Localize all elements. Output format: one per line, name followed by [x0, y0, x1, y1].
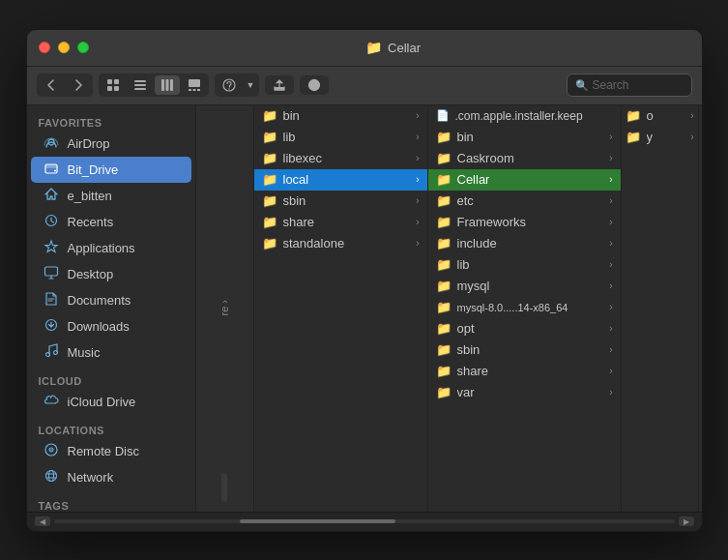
sidebar-item-applications[interactable]: Applications	[31, 235, 191, 261]
minimize-button[interactable]	[58, 42, 70, 53]
fullscreen-button[interactable]	[77, 42, 89, 53]
folder-icon: 📁	[436, 151, 451, 165]
forward-button[interactable]	[66, 75, 91, 95]
view-list-button[interactable]	[128, 75, 153, 95]
search-icon: 🔍	[575, 79, 589, 92]
chevron-icon: ›	[416, 217, 419, 227]
file-columns: re › 📁 bin › 📁 lib › 📁 libexec	[196, 105, 702, 512]
file-item-share-col3[interactable]: 📁 share ›	[428, 361, 621, 382]
chevron-icon: ›	[609, 195, 612, 206]
view-gallery-button[interactable]	[182, 75, 207, 95]
chevron-icon: ›	[416, 195, 419, 206]
sidebar-item-downloads[interactable]: Downloads	[31, 313, 191, 339]
sidebar-item-music[interactable]: Music	[31, 339, 191, 366]
file-item-libexec-col2[interactable]: 📁 libexec ›	[254, 148, 427, 169]
sidebar-item-icloud-drive[interactable]: iCloud Drive	[31, 389, 191, 415]
file-item-sbin-col3[interactable]: 📁 sbin ›	[428, 339, 621, 361]
sidebar-airdrop-label: AirDrop	[68, 136, 110, 151]
file-item-opt[interactable]: 📁 opt ›	[428, 318, 621, 339]
title-folder-icon: 📁	[365, 40, 382, 55]
applications-icon	[43, 239, 60, 257]
svg-point-20	[54, 169, 56, 171]
file-item-etc[interactable]: 📁 etc ›	[428, 191, 621, 212]
chevron-icon: ›	[690, 132, 693, 142]
chevron-icon: ›	[416, 174, 419, 185]
file-item-y[interactable]: 📁 y ›	[622, 127, 698, 148]
svg-rect-1	[114, 79, 119, 84]
file-item-var[interactable]: 📁 var ›	[428, 382, 621, 403]
folder-icon: 📁	[262, 151, 277, 165]
chevron-icon: ›	[609, 238, 612, 249]
folder-icon: 📁	[436, 215, 451, 229]
sidebar-item-recents[interactable]: Recents	[31, 209, 191, 235]
titlebar: 📁 Cellar	[27, 30, 702, 67]
folder-icon: 📁	[436, 385, 451, 399]
chevron-icon: ›	[416, 132, 419, 142]
scroll-left-btn[interactable]: ◀	[35, 516, 50, 526]
folder-icon: 📁	[436, 257, 451, 272]
folder-icon: 📁	[262, 236, 277, 251]
view-icons-button[interactable]	[101, 75, 126, 95]
sidebar-item-bit-drive[interactable]: Bit_Drive	[31, 157, 191, 183]
main-content: Favorites AirDrop	[27, 105, 702, 512]
svg-rect-3	[114, 86, 119, 91]
chevron-icon: ›	[609, 132, 612, 142]
svg-point-28	[50, 449, 52, 451]
home-icon	[43, 187, 60, 205]
sidebar-item-network[interactable]: Network	[31, 464, 191, 490]
file-item-keep[interactable]: 📄 .com.apple.installer.keep	[428, 105, 621, 127]
chevron-icon: ›	[609, 153, 612, 163]
sidebar-item-airdrop[interactable]: AirDrop	[31, 131, 191, 157]
desktop-icon	[43, 265, 60, 283]
file-item-standalone-col2[interactable]: 📁 standalone ›	[254, 233, 427, 254]
scrollbar-thumb	[240, 519, 395, 523]
file-item-mysql-full[interactable]: 📁 mysql-8.0.....14-x86_64 ›	[428, 297, 621, 318]
scroll-right-btn[interactable]: ▶	[679, 516, 694, 526]
file-icon: 📄	[436, 109, 450, 122]
share-button[interactable]	[265, 75, 294, 95]
file-item-mysql[interactable]: 📁 mysql ›	[428, 276, 621, 297]
file-item-include[interactable]: 📁 include ›	[428, 233, 621, 254]
view-buttons	[99, 74, 209, 97]
view-columns-button[interactable]	[155, 75, 180, 95]
chevron-icon: ›	[609, 217, 612, 227]
chevron-icon: ›	[416, 110, 419, 121]
scrollbar-track[interactable]	[54, 519, 675, 523]
file-item-sbin-col2[interactable]: 📁 sbin ›	[254, 191, 427, 212]
file-item-frameworks[interactable]: 📁 Frameworks ›	[428, 212, 621, 233]
file-item-bin-col3[interactable]: 📁 bin ›	[428, 127, 621, 148]
finder-window: 📁 Cellar	[26, 29, 703, 532]
chevron-icon: ›	[416, 238, 419, 249]
options-button[interactable]	[217, 75, 242, 95]
file-item-lib-col2[interactable]: 📁 lib ›	[254, 127, 427, 148]
file-item-local-col2[interactable]: 📁 local ›	[254, 169, 427, 191]
search-input[interactable]	[593, 78, 680, 92]
file-item-share-col2[interactable]: 📁 share ›	[254, 212, 427, 233]
close-button[interactable]	[39, 42, 50, 53]
file-item-lib-col3[interactable]: 📁 lib ›	[428, 254, 621, 276]
svg-rect-6	[134, 88, 146, 90]
sidebar-item-remote-disc[interactable]: Remote Disc	[31, 438, 191, 464]
sidebar-item-documents[interactable]: Documents	[31, 287, 191, 313]
locations-label: Locations	[27, 421, 195, 438]
chevron-icon: ›	[416, 153, 419, 163]
file-item-bin-col2[interactable]: 📁 bin ›	[254, 105, 427, 127]
search-box[interactable]: 🔍	[567, 74, 692, 97]
file-item-cellar[interactable]: 📁 Cellar ›	[428, 169, 621, 191]
file-item-caskroom[interactable]: 📁 Caskroom ›	[428, 148, 621, 169]
downloads-icon	[43, 317, 60, 336]
sidebar-bit-drive-label: Bit_Drive	[68, 162, 119, 177]
tag-button[interactable]	[300, 75, 329, 95]
back-button[interactable]	[39, 75, 64, 95]
nav-buttons	[37, 74, 93, 97]
sidebar-item-desktop[interactable]: Desktop	[31, 261, 191, 287]
svg-rect-5	[134, 84, 146, 86]
recents-icon	[43, 213, 60, 231]
svg-point-29	[45, 470, 56, 481]
folder-icon: 📁	[436, 236, 451, 251]
folder-icon: 📁	[436, 279, 451, 293]
file-item-o[interactable]: 📁 o ›	[622, 105, 698, 127]
sidebar-item-e-bitten[interactable]: e_bitten	[31, 183, 191, 209]
folder-icon: 📁	[262, 172, 277, 187]
options-chevron[interactable]: ▼	[244, 75, 258, 95]
